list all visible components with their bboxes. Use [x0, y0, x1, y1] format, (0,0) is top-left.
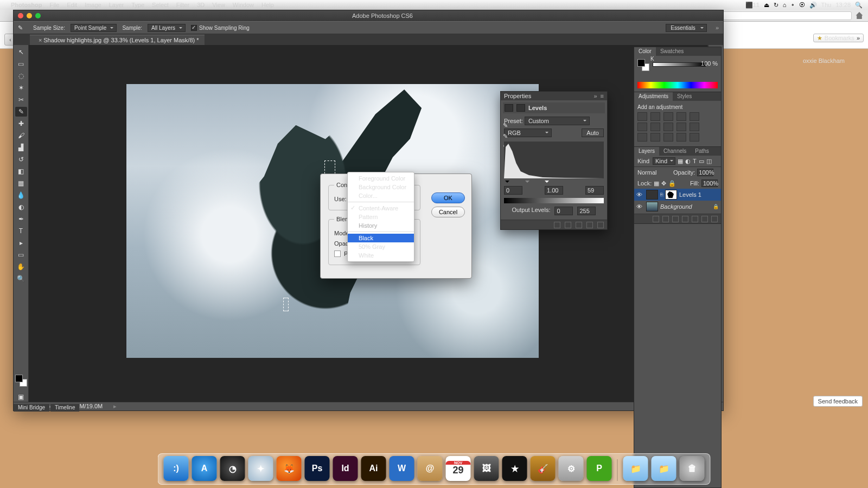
screen-mode-button[interactable]: ▣ — [15, 392, 27, 402]
histogram[interactable] — [504, 142, 604, 178]
sample-size-select[interactable]: Point Sample — [71, 24, 117, 32]
zoom-tool[interactable]: 🔍 — [15, 274, 27, 284]
input-black-field[interactable]: 0 — [504, 186, 522, 195]
new-group-icon[interactable] — [692, 216, 698, 222]
workspace-select[interactable]: Essentials — [666, 24, 707, 32]
layer-mask-thumb[interactable] — [665, 190, 677, 200]
dock-safari[interactable]: ✦ — [248, 456, 273, 481]
close-window-button[interactable] — [18, 13, 23, 18]
bluetooth-icon[interactable]: ᛭ — [791, 2, 795, 8]
output-black-field[interactable]: 0 — [554, 207, 573, 215]
sample-select[interactable]: All Layers — [148, 24, 186, 32]
dodge-tool[interactable]: ◐ — [15, 202, 27, 212]
black-eyedropper-icon[interactable]: ✎ — [503, 122, 510, 130]
crop-tool[interactable]: ✂ — [15, 95, 27, 105]
document-tab[interactable]: × Shadow highlights.jpg @ 33.3% (Levels … — [30, 35, 205, 45]
adj-hue-icon[interactable] — [637, 123, 647, 131]
output-white-field[interactable]: 255 — [577, 207, 596, 215]
layer-item-background[interactable]: 👁 Background 🔒 — [634, 201, 721, 213]
swatches-tab[interactable]: Swatches — [656, 47, 688, 56]
layer-name[interactable]: Levels 1 — [679, 191, 701, 198]
input-gamma-field[interactable]: 1.00 — [545, 186, 563, 195]
paths-tab[interactable]: Paths — [691, 147, 713, 156]
menu-filter[interactable]: Filter — [176, 2, 189, 8]
dock-docs-folder[interactable]: 📁 — [652, 456, 676, 481]
white-slider[interactable] — [545, 181, 549, 185]
channel-select[interactable]: RGB — [504, 129, 552, 137]
link-layers-icon[interactable] — [653, 216, 659, 222]
dock-garageband[interactable]: 🎸 — [531, 456, 556, 481]
adj-posterize-icon[interactable] — [650, 133, 660, 142]
visibility-toggle-icon[interactable]: 👁 — [636, 191, 644, 198]
adj-color-lookup-icon[interactable] — [690, 123, 699, 131]
dropdown-option-white[interactable]: White — [348, 251, 414, 260]
delete-layer-icon[interactable] — [711, 216, 718, 222]
menu-view[interactable]: View — [212, 2, 225, 8]
quick-select-tool[interactable]: ✶ — [15, 83, 27, 93]
lock-all-icon[interactable]: 🔒 — [668, 180, 676, 187]
output-gradient[interactable] — [504, 198, 604, 203]
eyedropper-tool[interactable]: ✎ — [15, 107, 27, 117]
menu-file[interactable]: File — [49, 2, 59, 8]
adj-curves-icon[interactable] — [663, 112, 673, 121]
styles-tab[interactable]: Styles — [673, 92, 696, 101]
gradient-tool[interactable]: ▦ — [15, 178, 27, 188]
blend-mode-select[interactable]: Normal — [637, 169, 671, 176]
spotlight-indicator-icon[interactable]: ⌂ — [783, 2, 787, 8]
menu-edit[interactable]: Edit — [67, 2, 77, 8]
layer-mask-icon[interactable] — [672, 216, 679, 222]
creative-cloud-icon[interactable]: ⬛11 — [745, 2, 760, 9]
mask-icon[interactable] — [516, 104, 525, 112]
dock-photoshop[interactable]: Ps — [305, 456, 330, 481]
color-swatch[interactable] — [637, 59, 649, 71]
delete-adjustment-icon[interactable] — [597, 222, 604, 228]
dock-indesign[interactable]: Id — [333, 456, 358, 481]
dropdown-option-content-aware[interactable]: Content-Aware — [348, 204, 414, 213]
mini-bridge-tab[interactable]: Mini Bridge — [14, 404, 49, 412]
lock-position-icon[interactable]: ✥ — [661, 180, 666, 187]
app-menu[interactable]: Photoshop — [11, 2, 42, 8]
preserve-transparency-checkbox[interactable] — [334, 251, 341, 257]
hand-tool[interactable]: ✋ — [15, 262, 27, 272]
filter-adjust-icon[interactable]: ◐ — [685, 158, 691, 165]
layer-name[interactable]: Background — [660, 203, 692, 210]
auto-button[interactable]: Auto — [582, 129, 604, 137]
menu-window[interactable]: Window — [233, 2, 254, 8]
menu-type[interactable]: Type — [131, 2, 144, 8]
move-tool[interactable]: ↖ — [15, 47, 27, 57]
menu-help[interactable]: Help — [261, 2, 274, 8]
adj-threshold-icon[interactable] — [663, 133, 673, 142]
send-feedback-button[interactable]: Send feedback — [813, 396, 863, 407]
adj-selective-color-icon[interactable] — [690, 133, 699, 142]
dock-trash[interactable]: 🗑 — [680, 456, 705, 481]
dropdown-option-background[interactable]: Background Color — [348, 183, 414, 191]
panel-menu-icon[interactable]: ≡ — [601, 93, 604, 99]
pen-tool[interactable]: ✒ — [15, 214, 27, 224]
time-machine-icon[interactable]: ↻ — [774, 2, 778, 9]
home-icon[interactable] — [855, 11, 864, 20]
minimize-window-button[interactable] — [27, 13, 32, 18]
bookmarks-button[interactable]: ★Bookmarks » — [813, 34, 864, 42]
dock-apps-folder[interactable]: 📁 — [623, 456, 648, 481]
zoom-window-button[interactable] — [35, 13, 41, 18]
menu-select[interactable]: Select — [152, 2, 169, 8]
collapse-panels-icon[interactable]: » — [716, 24, 719, 31]
filter-kind-select[interactable]: Kind — [653, 157, 675, 165]
show-sampling-ring-checkbox[interactable] — [191, 25, 197, 31]
foreground-background-swatch[interactable] — [15, 375, 27, 387]
layer-style-icon[interactable] — [662, 216, 669, 222]
menu-layer[interactable]: Layer — [109, 2, 124, 8]
menubar-clock[interactable]: 13:28 — [835, 2, 851, 8]
filter-pixel-icon[interactable]: ▦ — [678, 158, 683, 165]
menubar-extra-icon[interactable]: ⏏ — [764, 2, 769, 9]
adj-gradient-map-icon[interactable] — [676, 133, 686, 142]
window-titlebar[interactable]: Adobe Photoshop CS6 — [14, 10, 723, 21]
dropdown-option-pattern[interactable]: Pattern — [348, 213, 414, 221]
dock-imovie[interactable]: ★ — [502, 456, 527, 481]
wifi-icon[interactable]: ⦿ — [799, 2, 805, 8]
new-adjustment-icon[interactable] — [682, 216, 688, 222]
menu-3d[interactable]: 3D — [197, 2, 205, 8]
close-tab-icon[interactable]: × — [39, 37, 42, 43]
dock-calendar[interactable]: NOV29 — [446, 456, 471, 481]
filter-shape-icon[interactable]: ▭ — [699, 158, 704, 165]
